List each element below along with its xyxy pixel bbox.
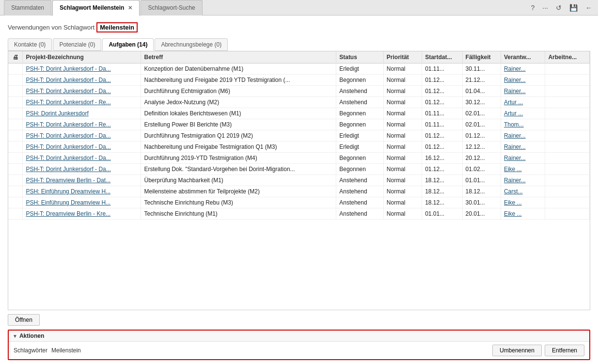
table-cell-projekt[interactable]: PSH-T: Dorint Junkersdorf - Da... bbox=[23, 153, 141, 164]
table-cell-verantw[interactable]: Carst... bbox=[501, 186, 545, 197]
table-body: PSH-T: Dorint Junkersdorf - Da...Konzept… bbox=[8, 63, 590, 220]
table-cell-verantw[interactable]: Artur ... bbox=[501, 108, 545, 119]
table-cell-startdat: 01.11... bbox=[422, 108, 462, 119]
table-cell-betreff: Durchführung 2019-YTD Testmigration (M4) bbox=[141, 153, 336, 164]
table-cell-verantw[interactable]: Eike ... bbox=[501, 197, 545, 208]
table-cell-projekt[interactable]: PSH-T: Dorint Junkersdorf - Da... bbox=[23, 164, 141, 175]
table-row[interactable]: PSH-T: Dreamview Berlin - Kre...Technisc… bbox=[8, 208, 590, 220]
table-cell-verantw[interactable]: Rainer... bbox=[501, 130, 545, 142]
col-header-arbeitn[interactable]: Arbeitne... bbox=[545, 51, 590, 63]
table-cell-projekt[interactable]: PSH-T: Dreamview Berlin - Kre... bbox=[23, 208, 141, 220]
table-cell-prioritaet: Normal bbox=[383, 175, 422, 186]
back-icon[interactable]: ← bbox=[583, 3, 594, 13]
table-cell-projekt[interactable]: PSH-T: Dorint Junkersdorf - Da... bbox=[23, 86, 141, 97]
table-cell-projekt[interactable]: PSH-T: Dorint Junkersdorf - Da... bbox=[23, 63, 141, 75]
refresh-icon[interactable]: ↺ bbox=[554, 3, 564, 13]
table-cell-projekt[interactable]: PSH-T: Dorint Junkersdorf - Re... bbox=[23, 97, 141, 108]
col-header-status[interactable]: Status bbox=[336, 51, 384, 63]
table-cell-projekt[interactable]: PSH-T: Dorint Junkersdorf - Da... bbox=[23, 130, 141, 142]
table-cell-verantw[interactable]: Artur ... bbox=[501, 97, 545, 108]
tab-schlagwort-meilenstein[interactable]: Schlagwort Meilenstein ✕ bbox=[52, 0, 140, 16]
table-cell-print bbox=[8, 108, 23, 119]
table-cell-verantw[interactable]: Rainer... bbox=[501, 153, 545, 164]
table-cell-projekt[interactable]: PSH: Dorint Junkersdorf bbox=[23, 108, 141, 119]
sub-tab-aufgaben[interactable]: Aufgaben (14) bbox=[102, 38, 154, 51]
umbenennen-button[interactable]: Umbenennen bbox=[492, 345, 542, 356]
table-cell-verantw[interactable]: Rainer... bbox=[501, 142, 545, 153]
table-row[interactable]: PSH: Dorint JunkersdorfDefinition lokale… bbox=[8, 108, 590, 119]
table-row[interactable]: PSH-T: Dorint Junkersdorf - Da...Durchfü… bbox=[8, 153, 590, 164]
table-row[interactable]: PSH-T: Dorint Junkersdorf - Da...Erstell… bbox=[8, 164, 590, 175]
table-cell-projekt[interactable]: PSH-T: Dorint Junkersdorf - Da... bbox=[23, 142, 141, 153]
help-icon[interactable]: ? bbox=[529, 3, 537, 13]
table-row[interactable]: PSH-T: Dreamview Berlin - Dat...Überprüf… bbox=[8, 175, 590, 186]
col-header-prioritaet[interactable]: Priorität bbox=[383, 51, 422, 63]
table-row[interactable]: PSH-T: Dorint Junkersdorf - Da...Durchfü… bbox=[8, 130, 590, 142]
table-cell-projekt[interactable]: PSH-T: Dorint Junkersdorf - Da... bbox=[23, 75, 141, 86]
table-container[interactable]: 🖨 Projekt-Bezeichnung Betreff Status Pri… bbox=[8, 51, 590, 310]
table-cell-betreff: Konzeption der Datenübernahme (M1) bbox=[141, 63, 336, 75]
sub-tab-kontakte[interactable]: Kontakte (0) bbox=[8, 38, 52, 51]
table-cell-verantw[interactable]: Eike ... bbox=[501, 208, 545, 220]
col-header-startdat[interactable]: Startdat... bbox=[422, 51, 462, 63]
tab-schlagwort-meilenstein-label: Schlagwort Meilenstein bbox=[60, 4, 124, 11]
table-cell-betreff: Technische Einrichtung Rebu (M3) bbox=[141, 197, 336, 208]
table-cell-arbeitn bbox=[545, 108, 590, 119]
table-row[interactable]: PSH: Einführung Dreamview H...Technische… bbox=[8, 197, 590, 208]
main-content: Verwendungen von Schlagwort Meilenstein … bbox=[0, 16, 598, 364]
table-cell-prioritaet: Normal bbox=[383, 130, 422, 142]
table-cell-projekt[interactable]: PSH: Einführung Dreamview H... bbox=[23, 197, 141, 208]
table-cell-prioritaet: Normal bbox=[383, 86, 422, 97]
table-cell-verantw[interactable]: Rainer... bbox=[501, 75, 545, 86]
tab-schlagwort-suche[interactable]: Schlagwort-Suche bbox=[141, 0, 202, 16]
table-row[interactable]: PSH-T: Dorint Junkersdorf - Da...Nachber… bbox=[8, 142, 590, 153]
sub-tab-abrechnungsbelege[interactable]: Abrechnungsbelege (0) bbox=[155, 38, 228, 51]
aktionen-buttons: Umbenennen Entfernen bbox=[492, 345, 584, 356]
col-header-faelligkeit[interactable]: Fälligkeit bbox=[462, 51, 501, 63]
table-cell-print bbox=[8, 86, 23, 97]
table-cell-startdat: 01.12... bbox=[422, 142, 462, 153]
table-row[interactable]: PSH-T: Dorint Junkersdorf - Re...Analyse… bbox=[8, 97, 590, 108]
aufgaben-table: 🖨 Projekt-Bezeichnung Betreff Status Pri… bbox=[8, 51, 590, 220]
aktionen-collapse-icon[interactable]: ▼ bbox=[13, 333, 17, 339]
table-cell-status: Begonnen bbox=[336, 119, 384, 130]
table-cell-print bbox=[8, 164, 23, 175]
aktionen-schlagwoerter-label: Schlagwörter bbox=[14, 347, 47, 354]
col-header-verantw[interactable]: Verantw... bbox=[501, 51, 545, 63]
table-cell-verantw[interactable]: Rainer... bbox=[501, 63, 545, 75]
table-cell-verantw[interactable]: Thom... bbox=[501, 119, 545, 130]
table-row[interactable]: PSH: Einführung Dreamview H...Meilenstei… bbox=[8, 186, 590, 197]
table-row[interactable]: PSH-T: Dorint Junkersdorf - Re...Erstell… bbox=[8, 119, 590, 130]
table-cell-prioritaet: Normal bbox=[383, 119, 422, 130]
table-row[interactable]: PSH-T: Dorint Junkersdorf - Da...Nachber… bbox=[8, 75, 590, 86]
table-cell-status: Anstehend bbox=[336, 97, 384, 108]
table-cell-faelligkeit: 01.04... bbox=[462, 86, 501, 97]
table-cell-verantw[interactable]: Rainer... bbox=[501, 86, 545, 97]
table-cell-arbeitn bbox=[545, 175, 590, 186]
table-cell-arbeitn bbox=[545, 142, 590, 153]
col-header-print: 🖨 bbox=[8, 51, 23, 63]
table-cell-startdat: 01.12... bbox=[422, 130, 462, 142]
table-cell-projekt[interactable]: PSH-T: Dorint Junkersdorf - Re... bbox=[23, 119, 141, 130]
table-cell-arbeitn bbox=[545, 197, 590, 208]
entfernen-button[interactable]: Entfernen bbox=[545, 345, 584, 356]
col-header-betreff[interactable]: Betreff bbox=[141, 51, 336, 63]
table-row[interactable]: PSH-T: Dorint Junkersdorf - Da...Konzept… bbox=[8, 63, 590, 75]
table-cell-projekt[interactable]: PSH: Einführung Dreamview H... bbox=[23, 186, 141, 197]
table-cell-projekt[interactable]: PSH-T: Dreamview Berlin - Dat... bbox=[23, 175, 141, 186]
table-row[interactable]: PSH-T: Dorint Junkersdorf - Da...Durchfü… bbox=[8, 86, 590, 97]
more-icon[interactable]: ··· bbox=[540, 3, 550, 13]
close-tab-icon[interactable]: ✕ bbox=[128, 5, 132, 11]
table-cell-verantw[interactable]: Eike ... bbox=[501, 164, 545, 175]
sub-tab-potenziale[interactable]: Potenziale (0) bbox=[53, 38, 101, 51]
tab-stammdaten[interactable]: Stammdaten bbox=[4, 0, 51, 16]
table-cell-verantw[interactable]: Rainer... bbox=[501, 175, 545, 186]
table-cell-arbeitn bbox=[545, 130, 590, 142]
oeffnen-button[interactable]: Öffnen bbox=[8, 314, 40, 326]
table-cell-betreff: Meilensteine abstimmen für Teilprojekte … bbox=[141, 186, 336, 197]
table-cell-arbeitn bbox=[545, 97, 590, 108]
table-cell-betreff: Nachbereitung und Freigabe 2019 YTD Test… bbox=[141, 75, 336, 86]
table-cell-print bbox=[8, 63, 23, 75]
save-icon[interactable]: 💾 bbox=[567, 3, 580, 13]
col-header-projekt[interactable]: Projekt-Bezeichnung bbox=[23, 51, 141, 63]
